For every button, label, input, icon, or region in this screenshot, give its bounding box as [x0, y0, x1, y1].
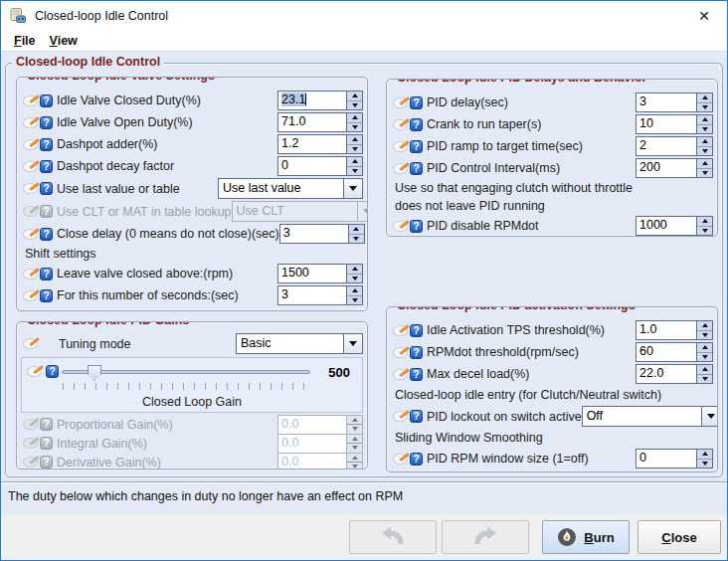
setting-label: Idle Valve Open Duty(%)	[57, 115, 277, 129]
idle-valve-closed-duty-spinner[interactable]: 23.1	[277, 91, 363, 110]
redo-button[interactable]	[442, 520, 529, 554]
rpmdot-threshold-spinner[interactable]: 60	[636, 342, 713, 362]
arrow-up-icon[interactable]	[697, 159, 712, 169]
flame-icon	[557, 527, 577, 547]
arrow-down-icon[interactable]	[347, 145, 362, 154]
arrow-down-icon[interactable]	[697, 353, 712, 362]
help-question-icon[interactable]	[40, 94, 53, 107]
pencil-note-icon	[393, 163, 408, 174]
arrow-down-icon[interactable]	[347, 101, 362, 110]
setting-label: Max decel load(%)	[427, 367, 636, 381]
number-of-seconds-spinner[interactable]: 3	[277, 285, 363, 305]
setting-row: Leave valve closed above:(rpm) 1500	[17, 263, 367, 284]
arrow-up-icon[interactable]	[347, 92, 362, 101]
title-bar[interactable]: Closed-loop Idle Control ×	[1, 1, 727, 30]
menu-view[interactable]: View	[43, 32, 85, 50]
slider-thumb[interactable]	[88, 365, 101, 381]
pid-control-interval-spinner[interactable]: 200	[636, 158, 713, 178]
help-question-icon[interactable]	[410, 96, 423, 109]
pid-ramp-time-spinner[interactable]: 2	[636, 136, 713, 156]
setting-row: PID disable RPMdot 1000	[387, 215, 717, 237]
help-question-icon[interactable]	[40, 228, 53, 241]
pid-delay-spinner[interactable]: 3	[636, 93, 713, 112]
arrow-up-icon[interactable]	[697, 365, 712, 375]
arrow-down-icon[interactable]	[697, 227, 712, 236]
chevron-down-icon[interactable]	[343, 334, 362, 353]
pid-disable-rpmdot-spinner[interactable]: 1000	[636, 216, 713, 236]
setting-row: Derivative Gain(%) 0.0	[17, 453, 367, 469]
arrow-down-icon[interactable]	[697, 460, 712, 468]
menu-file[interactable]: File	[7, 32, 43, 50]
arrow-up-icon[interactable]	[347, 265, 362, 275]
help-question-icon[interactable]	[410, 324, 423, 337]
chevron-down-icon[interactable]	[701, 407, 718, 426]
help-question-icon[interactable]	[40, 160, 53, 173]
slider-track[interactable]	[62, 370, 310, 374]
help-question-icon[interactable]	[40, 116, 53, 129]
arrow-up-icon[interactable]	[697, 321, 712, 331]
arrow-down-icon[interactable]	[347, 167, 362, 176]
help-question-icon[interactable]	[40, 289, 53, 302]
arrow-up-icon[interactable]	[347, 135, 362, 145]
arrow-up-icon[interactable]	[347, 113, 362, 123]
dialog-window: Closed-loop Idle Control × File View Clo…	[0, 0, 728, 561]
help-question-icon[interactable]	[410, 453, 423, 466]
pid-lockout-combo[interactable]: Off	[582, 406, 718, 427]
max-decel-load-spinner[interactable]: 22.0	[636, 364, 713, 384]
help-question-icon[interactable]	[410, 368, 423, 381]
burn-button[interactable]: Burn	[542, 520, 630, 554]
idle-valve-open-duty-spinner[interactable]: 71.0	[277, 112, 363, 132]
arrow-up-icon[interactable]	[697, 94, 712, 103]
arrow-up-icon[interactable]	[347, 157, 362, 167]
help-question-icon[interactable]	[410, 346, 423, 359]
group-title: Closed Loop Idle PID Delays and Behavior	[393, 79, 650, 85]
arrow-down-icon[interactable]	[697, 375, 712, 384]
arrow-down-icon[interactable]	[697, 103, 712, 112]
setting-row: Idle Valve Open Duty(%) 71.0	[17, 111, 367, 133]
arrow-up-icon[interactable]	[697, 217, 712, 227]
help-question-icon[interactable]	[40, 182, 53, 195]
help-question-icon[interactable]	[46, 365, 59, 378]
arrow-down-icon[interactable]	[697, 125, 712, 134]
close-x-icon[interactable]: ×	[693, 4, 715, 26]
undo-button[interactable]	[349, 520, 437, 554]
group-pid-activation: Closed Loop Idle PID activation Settings…	[386, 306, 718, 472]
setting-row: Dashpot adder(%) 1.2	[17, 133, 367, 155]
arrow-up-icon[interactable]	[697, 137, 712, 147]
close-button[interactable]: Close	[637, 520, 721, 554]
help-question-icon[interactable]	[410, 162, 423, 175]
help-question-icon[interactable]	[40, 268, 53, 280]
leave-valve-closed-spinner[interactable]: 1500	[277, 264, 363, 283]
setting-row: PID RPM window size (1=off) 0	[387, 448, 717, 469]
arrow-up-icon[interactable]	[697, 343, 712, 353]
dashpot-decay-spinner[interactable]: 0	[277, 156, 363, 176]
arrow-down-icon[interactable]	[347, 275, 362, 283]
close-label: Close	[661, 530, 696, 545]
arrow-down-icon[interactable]	[697, 147, 712, 156]
help-question-icon[interactable]	[410, 410, 423, 423]
arrow-up-icon[interactable]	[697, 115, 712, 125]
crank-to-run-taper-spinner[interactable]: 10	[636, 114, 713, 134]
help-question-icon[interactable]	[410, 220, 423, 233]
arrow-down-icon[interactable]	[347, 123, 362, 132]
arrow-down-icon[interactable]	[697, 169, 712, 178]
close-delay-spinner[interactable]: 3	[279, 224, 365, 244]
help-question-icon[interactable]	[410, 118, 423, 131]
help-question-icon[interactable]	[40, 138, 53, 151]
chevron-down-icon[interactable]	[343, 179, 362, 198]
tuning-mode-combo[interactable]: Basic	[236, 333, 363, 354]
group-valve-settings: Closed Loop Idle Valve Settings Idle Val…	[16, 77, 368, 311]
use-last-value-combo[interactable]: Use last value	[218, 178, 363, 199]
arrow-down-icon[interactable]	[697, 331, 712, 340]
arrow-up-icon[interactable]	[697, 450, 712, 460]
arrow-down-icon[interactable]	[347, 296, 362, 305]
section-label: Closed-loop idle entry (for Clutch/Neutr…	[395, 388, 713, 402]
arrow-down-icon[interactable]	[349, 235, 364, 244]
arrow-up-icon[interactable]	[347, 286, 362, 296]
pid-rpm-window-spinner[interactable]: 0	[636, 449, 713, 468]
tps-threshold-spinner[interactable]: 1.0	[636, 320, 713, 340]
dashpot-adder-spinner[interactable]: 1.2	[277, 134, 363, 154]
help-question-icon[interactable]	[410, 140, 423, 153]
clt-mat-lookup-combo: Use CLT	[232, 201, 368, 222]
arrow-up-icon[interactable]	[349, 225, 364, 235]
